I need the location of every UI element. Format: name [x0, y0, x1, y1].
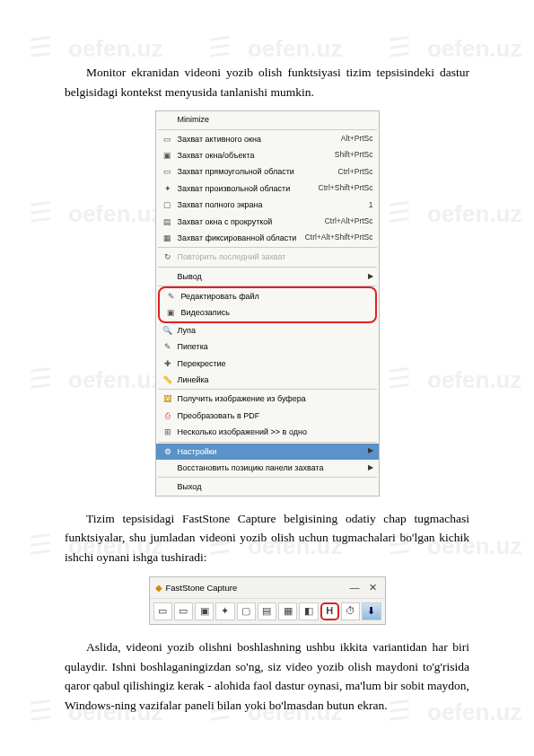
menu-settings: ⚙Настройки▶: [156, 444, 379, 460]
toolbar-button: ✦: [215, 602, 234, 620]
menu-item: ▦Захват фиксированной областиCtrl+Alt+Sh…: [156, 230, 379, 246]
menu-item: ▭Захват прямоугольной областиCtrl+PrtSc: [156, 163, 379, 180]
toolbar-button: ▦: [278, 602, 297, 620]
menu-video-record: ▣Видеозапись: [160, 304, 375, 321]
menu-repeat: ↻Повторить последний захват: [156, 249, 379, 265]
toolbar-figure: ◆ FastStone Capture — ✕ ▭▭▣✦▢▤▦◧H⏱⬇: [149, 576, 386, 626]
menu-tool: 📏Линейка: [156, 372, 379, 388]
menu-minimize: Minimize: [156, 111, 379, 127]
toolbar-button: ⬇: [362, 602, 381, 620]
menu-exit: Выход: [156, 479, 379, 495]
paragraph-2: Tizim tepsisidagi FastStone Capture belg…: [65, 509, 469, 567]
toolbar-button: ◧: [299, 602, 318, 620]
minimize-icon: —: [347, 580, 363, 596]
menu-clipboard: 🖼Получить изображение из буфера: [156, 391, 379, 407]
paragraph-1: Monitor ekranidan videoni yozib olish fu…: [65, 63, 469, 101]
close-icon: ✕: [366, 580, 380, 596]
paragraph-3: Aslida, videoni yozib olishni boshlashni…: [65, 637, 469, 715]
menu-multi: ⊞Несколько изображений >> в одно: [156, 424, 379, 440]
toolbar-button: ▭: [153, 602, 172, 620]
toolbar-button: ▤: [258, 602, 276, 620]
menu-edit-file: ✎Редактировать файл: [160, 288, 375, 304]
menu-item: ▣Захват окна/объектаShift+PrtSc: [156, 147, 379, 163]
toolbar-button: ▭: [174, 602, 193, 620]
page-body: Monitor ekranidan videoni yozib olish fu…: [0, 0, 534, 756]
menu-item: ✦Захват произвольной областиCtrl+Shift+P…: [156, 180, 379, 197]
toolbar-button: ⏱: [341, 602, 360, 620]
menu-tool: ✚Перекрестие: [156, 356, 379, 372]
toolbar-title: FastStone Capture: [166, 581, 238, 594]
context-menu-figure: Minimize ▭Захват активного окнаAlt+PrtSc…: [155, 110, 380, 497]
menu-pdf: ⎙Преобразовать в PDF: [156, 408, 379, 424]
menu-tool: 🔍Лупа: [156, 322, 379, 338]
menu-item: ▭Захват активного окнаAlt+PrtSc: [156, 131, 379, 147]
toolbar-button: ▢: [237, 602, 256, 620]
menu-output: Вывод▶: [156, 268, 379, 285]
toolbar-button: ▣: [195, 602, 214, 620]
menu-item: ▢Захват полного экрана1: [156, 197, 379, 213]
menu-restore-pos: Восстановить позицию панели захвата▶: [156, 460, 379, 476]
app-icon: ◆: [155, 581, 162, 594]
toolbar-video-button: H: [320, 602, 339, 620]
menu-tool: ✎Пипетка: [156, 338, 379, 355]
highlighted-group: ✎Редактировать файл ▣Видеозапись: [158, 286, 377, 323]
menu-item: ▤Захват окна с прокруткойCtrl+Alt+PrtSc: [156, 214, 379, 230]
